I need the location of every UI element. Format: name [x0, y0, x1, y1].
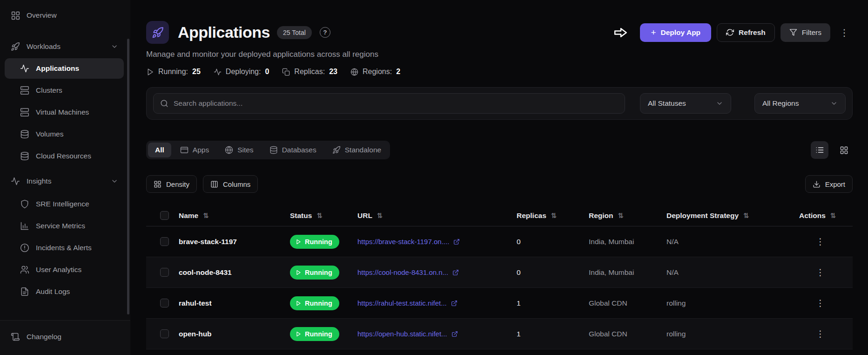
sidebar-item-label: Cloud Resources	[36, 152, 91, 160]
column-header-region[interactable]: Region⇅	[589, 212, 666, 220]
sidebar-item-workloads[interactable]: Workloads	[5, 36, 124, 57]
sidebar-item-insights[interactable]: Insights	[5, 171, 124, 191]
density-button[interactable]: Density	[146, 175, 197, 193]
external-link-icon[interactable]	[451, 331, 458, 337]
column-header-strategy[interactable]: Deployment Strategy⇅	[666, 212, 799, 220]
sidebar-item-incidents-alerts[interactable]: Incidents & Alerts	[5, 238, 124, 258]
copy-icon	[282, 68, 290, 76]
external-link-icon[interactable]	[452, 269, 459, 276]
sort-arrows-icon[interactable]: ⇅	[203, 212, 209, 220]
funnel-icon	[789, 28, 797, 36]
strategy-value: rolling	[666, 299, 799, 307]
sort-arrows-icon[interactable]: ⇅	[618, 212, 624, 220]
chevron-down-icon	[716, 100, 723, 107]
app-name: cool-node-8431	[179, 268, 290, 277]
row-checkbox[interactable]	[160, 299, 169, 307]
sort-arrows-icon[interactable]: ⇅	[316, 212, 323, 220]
region-value: Global CDN	[589, 330, 666, 338]
sidebar-item-audit-logs[interactable]: Audit Logs	[5, 281, 124, 302]
sidebar-item-cloud-resources[interactable]: Cloud Resources	[5, 146, 124, 166]
sort-arrows-icon[interactable]: ⇅	[377, 212, 383, 220]
status-filter-select[interactable]: All Statuses	[640, 93, 731, 114]
table-header-row: Name⇅ Status⇅ URL⇅ Replicas⇅ Region⇅ Dep…	[146, 205, 853, 226]
sidebar-item-volumes[interactable]: Volumes	[5, 124, 124, 144]
refresh-button[interactable]: Refresh	[717, 23, 775, 42]
app-url-link[interactable]: https://brave-stack-1197.on....	[357, 238, 449, 246]
status-badge: Running	[290, 327, 339, 341]
globe-icon	[225, 146, 233, 154]
app-name: open-hub	[179, 330, 290, 338]
sidebar-item-changelog[interactable]: Changelog	[5, 327, 124, 347]
row-actions-button[interactable]: ⋮	[811, 328, 829, 340]
status-filter-value: All Statuses	[648, 99, 686, 108]
sidebar-item-label: Overview	[27, 11, 57, 20]
table-row: cool-node-8431 Running https://cool-node…	[146, 257, 853, 288]
column-header-name[interactable]: Name⇅	[179, 212, 290, 220]
grid-view-button[interactable]	[835, 141, 853, 159]
app-url-link[interactable]: https://cool-node-8431.on.n...	[357, 268, 448, 276]
sidebar-item-virtual-machines[interactable]: Virtual Machines	[5, 102, 124, 123]
sidebar-scrollbar[interactable]	[127, 39, 129, 314]
column-header-url[interactable]: URL⇅	[357, 212, 517, 220]
more-options-button[interactable]: ⋮	[836, 26, 853, 39]
deploy-app-button[interactable]: + Deploy App	[640, 23, 711, 42]
tab-label: Sites	[237, 146, 253, 154]
app-root: Overview Workloads Applications Clusters…	[0, 0, 868, 355]
sidebar-item-user-analytics[interactable]: User Analytics	[5, 259, 124, 280]
download-icon	[813, 180, 821, 188]
sort-arrows-icon[interactable]: ⇅	[830, 212, 836, 220]
help-icon[interactable]: ?	[320, 27, 330, 38]
row-checkbox[interactable]	[160, 237, 169, 246]
density-label: Density	[166, 180, 189, 188]
sidebar-item-applications[interactable]: Applications	[5, 58, 124, 79]
alert-circle-icon	[20, 243, 30, 253]
status-badge: Running	[290, 235, 339, 249]
sidebar-item-service-metrics[interactable]: Service Metrics	[5, 216, 124, 236]
chevron-down-icon	[111, 43, 118, 50]
rocket-icon	[332, 146, 341, 154]
activity-icon	[10, 176, 20, 186]
sidebar-item-clusters[interactable]: Clusters	[5, 80, 124, 101]
list-view-button[interactable]	[811, 141, 828, 159]
stat-deploying: Deploying: 0	[214, 68, 269, 76]
sidebar-item-sre-intelligence[interactable]: SRE Intelligence	[5, 194, 124, 214]
sidebar-item-label: Volumes	[36, 130, 63, 138]
region-filter-select[interactable]: All Regions	[754, 93, 846, 114]
tab-sites[interactable]: Sites	[218, 143, 260, 157]
tab-standalone[interactable]: Standalone	[325, 143, 388, 157]
external-link-icon[interactable]	[453, 239, 460, 245]
row-checkbox[interactable]	[160, 268, 169, 277]
row-actions-button[interactable]: ⋮	[811, 297, 829, 309]
column-header-status[interactable]: Status⇅	[290, 212, 357, 220]
cursor-arrow-icon	[611, 26, 631, 39]
tab-apps[interactable]: Apps	[173, 143, 216, 157]
play-icon	[146, 68, 154, 76]
sidebar-item-label: Workloads	[27, 42, 61, 51]
columns-button[interactable]: Columns	[203, 175, 258, 193]
server-icon	[20, 85, 30, 96]
export-button[interactable]: Export	[805, 175, 853, 193]
column-header-actions[interactable]: Actions⇅	[799, 212, 853, 220]
page-title: Applications	[178, 23, 270, 41]
row-actions-button[interactable]: ⋮	[811, 266, 829, 279]
tab-all[interactable]: All	[148, 143, 171, 157]
sort-arrows-icon[interactable]: ⇅	[551, 212, 557, 220]
search-input[interactable]	[174, 99, 618, 108]
app-url-link[interactable]: https://open-hub.static.nifet...	[357, 330, 447, 338]
sort-arrows-icon[interactable]: ⇅	[743, 212, 749, 220]
app-url-link[interactable]: https://rahul-test.static.nifet...	[357, 299, 447, 307]
table-row: open-hub Running https://open-hub.static…	[146, 319, 853, 349]
external-link-icon[interactable]	[451, 300, 458, 307]
column-header-replicas[interactable]: Replicas⇅	[517, 212, 589, 220]
sidebar-item-overview[interactable]: Overview	[5, 5, 124, 26]
row-checkbox[interactable]	[160, 329, 169, 338]
table-row: brave-stack-1197 Running https://brave-s…	[146, 226, 853, 257]
sidebar-item-label: Service Metrics	[36, 222, 85, 230]
select-all-checkbox[interactable]	[160, 211, 169, 220]
category-tabs: All Apps Sites Databases Standalone	[146, 141, 390, 159]
density-grid-icon	[154, 180, 161, 188]
filters-button[interactable]: Filters	[781, 23, 830, 42]
row-actions-button[interactable]: ⋮	[811, 235, 829, 248]
stat-label: Regions:	[363, 68, 392, 76]
tab-databases[interactable]: Databases	[262, 143, 323, 157]
